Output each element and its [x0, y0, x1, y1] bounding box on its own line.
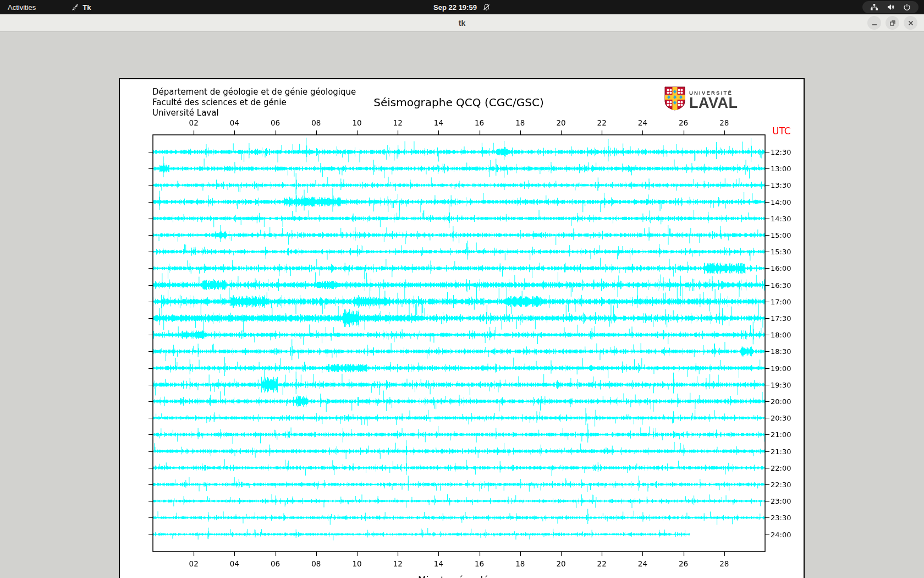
x-tick-label-top: 14	[434, 118, 443, 127]
header-line-2: Faculté des sciences et de génie	[152, 97, 356, 108]
power-icon	[903, 3, 911, 11]
row-time-label: 21:30	[771, 448, 791, 456]
row-time-label: 17:30	[771, 314, 791, 323]
universite-laval-logo: UNIVERSITÉ LAVAL	[664, 86, 738, 113]
x-tick-label-bottom: 08	[311, 559, 321, 568]
x-tick-label-bottom: 12	[393, 559, 403, 568]
x-tick-label-top: 26	[679, 118, 688, 127]
x-tick-label-bottom: 02	[189, 559, 199, 568]
x-tick-label-top: 22	[597, 118, 607, 127]
row-time-label: 20:00	[771, 397, 791, 406]
row-time-label: 14:30	[771, 215, 791, 223]
row-time-label: 22:00	[771, 464, 791, 472]
x-tick-label-top: 12	[393, 118, 403, 127]
tk-app-label: Tk	[82, 3, 91, 12]
x-tick-label-bottom: 04	[230, 559, 239, 568]
x-tick-label-top: 02	[189, 118, 199, 127]
row-time-label: 16:00	[771, 264, 791, 272]
row-time-label: 12:30	[771, 148, 791, 156]
x-tick-label-bottom: 06	[271, 559, 280, 568]
x-tick-label-top: 28	[719, 118, 729, 127]
close-button[interactable]	[904, 16, 917, 30]
x-tick-label-bottom: 26	[679, 559, 688, 568]
row-time-label: 13:00	[771, 165, 791, 173]
helicorder-plot-canvas[interactable]	[120, 79, 804, 578]
row-time-label: 16:30	[771, 281, 791, 290]
x-tick-label-top: 08	[311, 118, 321, 127]
tk-feather-icon	[71, 3, 79, 12]
x-tick-label-bottom: 16	[475, 559, 484, 568]
figure-title: Séismographe QCQ (CGC/GSC)	[373, 96, 544, 109]
x-tick-label-top: 04	[230, 118, 239, 127]
system-status-area[interactable]	[862, 1, 919, 13]
seismograph-figure: Département de géologie et de génie géol…	[119, 78, 805, 578]
x-tick-label-top: 10	[352, 118, 361, 127]
x-tick-label-top: 18	[515, 118, 525, 127]
clock[interactable]: Sep 22 19:59	[433, 3, 477, 12]
x-tick-label-top: 06	[271, 118, 280, 127]
x-tick-label-bottom: 20	[556, 559, 565, 568]
row-time-label: 22:30	[771, 481, 791, 489]
x-tick-label-bottom: 22	[597, 559, 607, 568]
network-icon	[870, 3, 878, 11]
row-time-label: 19:00	[771, 364, 791, 373]
x-tick-label-top: 16	[475, 118, 484, 127]
x-tick-label-bottom: 14	[434, 559, 443, 568]
row-time-label: 18:00	[771, 331, 791, 339]
row-time-label: 17:00	[771, 298, 791, 306]
laval-shield-icon	[664, 86, 685, 113]
x-tick-label-top: 20	[556, 118, 565, 127]
x-tick-label-bottom: 10	[352, 559, 361, 568]
x-tick-label-top: 24	[638, 118, 647, 127]
row-time-label: 21:00	[771, 430, 791, 439]
header-line-1: Département de géologie et de génie géol…	[152, 87, 356, 97]
department-header: Département de géologie et de génie géol…	[152, 87, 356, 118]
volume-icon	[887, 3, 895, 11]
window-titlebar[interactable]: tk	[0, 14, 924, 32]
logo-laval-text: LAVAL	[689, 96, 738, 110]
row-time-label: 19:30	[771, 381, 791, 389]
maximize-button[interactable]	[886, 16, 899, 30]
row-time-label: 15:00	[771, 231, 791, 239]
row-time-label: 24:00	[771, 531, 791, 539]
window-content: Département de géologie et de génie géol…	[0, 32, 924, 578]
x-axis-label: Minutes écoulées	[418, 575, 499, 578]
gnome-top-bar: Activities Tk Sep 22 19:59	[0, 0, 924, 14]
minimize-button[interactable]	[867, 16, 881, 30]
row-time-label: 15:30	[771, 248, 791, 256]
row-time-label: 23:30	[771, 514, 791, 522]
row-time-label: 20:30	[771, 414, 791, 422]
row-time-label: 18:30	[771, 347, 791, 356]
row-time-label: 14:00	[771, 198, 791, 206]
x-tick-label-bottom: 18	[515, 559, 525, 568]
notifications-off-icon	[482, 3, 491, 12]
window-title: tk	[459, 19, 465, 28]
row-time-label: 23:00	[771, 497, 791, 505]
utc-axis-label: UTC	[772, 126, 791, 137]
row-time-label: 13:30	[771, 181, 791, 189]
x-tick-label-bottom: 28	[719, 559, 729, 568]
tk-app-indicator[interactable]: Tk	[71, 3, 91, 12]
activities-button[interactable]: Activities	[0, 0, 43, 14]
header-line-3: Université Laval	[152, 108, 356, 118]
x-tick-label-bottom: 24	[638, 559, 647, 568]
